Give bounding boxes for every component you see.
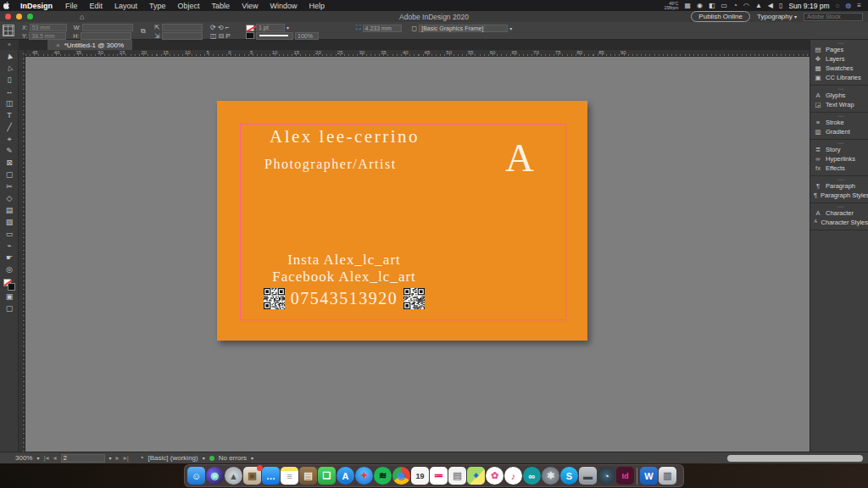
dock-contacts[interactable]: ▤ [299, 467, 317, 485]
menu-item-object[interactable]: Object [172, 2, 206, 10]
selection-tool[interactable]: ▶ [0, 50, 19, 62]
panel-character[interactable]: ACharacter [814, 208, 868, 218]
dock-system-preferences[interactable]: ✱ [542, 467, 559, 485]
dock-launchpad[interactable]: ▲ [225, 467, 242, 485]
dock-indesign[interactable]: Id [616, 467, 634, 485]
panel-layers[interactable]: ✥Layers [814, 54, 868, 64]
card-facebook-text[interactable]: Facebook Alex_lc_art [217, 269, 471, 286]
hand-tool[interactable]: ☛ [0, 252, 19, 263]
nav-first-page[interactable]: |◂ [43, 454, 48, 462]
zoom-tool[interactable]: ◎ [0, 263, 19, 275]
corner-options-icon[interactable]: ⛶ [356, 24, 361, 32]
adobe-stock-search-input[interactable] [804, 13, 863, 21]
menu-item-layout[interactable]: Layout [108, 2, 143, 10]
nav-prev-page[interactable]: ◂ [53, 454, 57, 462]
home-icon[interactable]: ⌂ [80, 13, 84, 21]
apple-menu-icon[interactable] [0, 2, 14, 10]
window-zoom-button[interactable] [27, 14, 33, 19]
screen-icon[interactable]: ▦ [684, 2, 691, 9]
orb-icon[interactable]: ◉ [697, 2, 703, 9]
h-field[interactable] [81, 32, 131, 40]
preflight-preset[interactable]: [Basic] (working) [148, 454, 198, 462]
dock-reminders[interactable]: ≔ [430, 467, 448, 485]
preset-dropdown-icon[interactable]: ▾ [203, 455, 205, 461]
zoom-dropdown-icon[interactable]: ▾ [36, 455, 39, 461]
stroke-weight-dropdown-icon[interactable]: ▾ [287, 25, 289, 30]
notification-center-icon[interactable]: ≡ [857, 2, 861, 9]
pen-tool[interactable]: ⌖ [0, 133, 19, 145]
dock-finder[interactable]: ☺ [187, 467, 205, 485]
dock-siri[interactable]: ◉ [206, 467, 224, 485]
menu-item-help[interactable]: Help [303, 2, 331, 10]
rectangle-tool[interactable]: ▢ [0, 169, 19, 180]
fill-swatch[interactable] [246, 25, 254, 31]
zoom-level[interactable]: 300% [15, 454, 32, 462]
dock-spotify[interactable]: ≋ [374, 467, 392, 485]
dock-trash[interactable]: ▥ [659, 467, 676, 485]
menu-item-file[interactable]: File [59, 2, 84, 10]
menu-item-window[interactable]: Window [264, 2, 303, 10]
panel-pages[interactable]: ▤Pages [814, 45, 868, 54]
dock-chrome[interactable]: ◉ [392, 467, 410, 485]
fill-stroke-proxy[interactable] [3, 279, 15, 291]
no-errors-label[interactable]: No errors [219, 454, 247, 462]
rotate-icon[interactable]: ⟳ [210, 24, 216, 31]
tab-close-icon[interactable]: × [56, 42, 60, 49]
eject-icon[interactable]: ▲ [755, 2, 762, 9]
gradient-swatch-tool[interactable]: ▤ [0, 204, 19, 216]
dock-photos[interactable]: ✿ [486, 467, 504, 485]
istat-menus-widget[interactable]: 49°C158rpm [664, 2, 678, 10]
dock-calendar[interactable]: 19 [411, 467, 429, 485]
flip-vertical-icon[interactable]: ⊟ [219, 32, 225, 40]
dock-time-machine[interactable]: ◔ [598, 467, 615, 485]
stroke-style-dropdown[interactable] [256, 32, 293, 40]
stroke-proxy[interactable] [8, 283, 15, 291]
y-field[interactable]: 38.5 mm [29, 32, 66, 40]
rectangle-frame-tool[interactable]: ⊠ [0, 157, 19, 169]
panel-cc-libraries[interactable]: ▣CC Libraries [814, 73, 868, 82]
direct-selection-tool[interactable]: ▷ [0, 62, 19, 74]
dock-skype[interactable]: S [560, 467, 578, 485]
object-style-dropdown-icon[interactable]: ▾ [509, 25, 512, 31]
dock-textedit[interactable]: ▤ [448, 467, 466, 485]
note-tool[interactable]: ▭ [0, 228, 19, 240]
display-icon[interactable]: ▭ [721, 2, 728, 9]
line-tool[interactable]: ╱ [0, 121, 19, 133]
tools-panel-collapse[interactable]: » [0, 40, 19, 50]
page-dropdown-icon[interactable]: ▾ [109, 455, 112, 461]
opacity-field[interactable]: 100% [295, 32, 319, 40]
flip-horizontal-icon[interactable]: ◫ [210, 32, 217, 40]
shear-icon[interactable]: ⟲ [218, 24, 224, 31]
battery-icon[interactable]: ▯ [779, 2, 782, 9]
formatting-affects-text-icon[interactable]: ▣ [0, 291, 19, 302]
panel-effects[interactable]: fxEffects [814, 164, 868, 173]
window-minimize-button[interactable] [16, 14, 22, 19]
reference-point-proxy[interactable] [3, 25, 14, 36]
stroke-swatch[interactable] [246, 32, 254, 39]
chat-icon[interactable]: ◧ [709, 2, 715, 9]
panel-stroke[interactable]: ≡Stroke [814, 118, 868, 127]
page-number-field[interactable] [61, 454, 105, 463]
vertical-ruler[interactable] [19, 50, 25, 452]
scale-x-field[interactable] [162, 24, 203, 31]
preflight-icon[interactable]: ◔ [140, 454, 144, 462]
business-card-page[interactable]: Alex lee-cerrino Photographer/Artist A I… [217, 101, 587, 341]
page-tool[interactable]: ▯ [0, 74, 19, 86]
dock-arduino[interactable]: ∞ [523, 467, 541, 485]
errors-dropdown-icon[interactable]: ▾ [251, 455, 253, 461]
content-collector-tool[interactable]: ◫ [0, 97, 19, 109]
pencil-tool[interactable]: ✎ [0, 145, 19, 157]
panel-text-wrap[interactable]: ◲Text Wrap [814, 100, 868, 109]
card-instagram-text[interactable]: Insta Alex_lc_art [217, 252, 471, 269]
panel-gradient[interactable]: ▥Gradient [814, 127, 868, 136]
nav-next-page[interactable]: ▸ [116, 454, 120, 462]
corner-radius-field[interactable]: 4.233 mm [363, 25, 402, 32]
x-field[interactable]: 53 mm [30, 24, 67, 31]
document-tab[interactable]: × *Untitled-1 @ 300% [47, 40, 132, 50]
window-close-button[interactable] [5, 14, 11, 19]
siri-icon[interactable]: ◍ [845, 2, 851, 9]
horizontal-scrollbar-thumb[interactable] [727, 455, 863, 462]
scale-y-field[interactable] [162, 32, 203, 40]
volume-icon[interactable]: ◀ [768, 2, 773, 9]
dock-external-drive[interactable]: ▬ [579, 467, 597, 485]
